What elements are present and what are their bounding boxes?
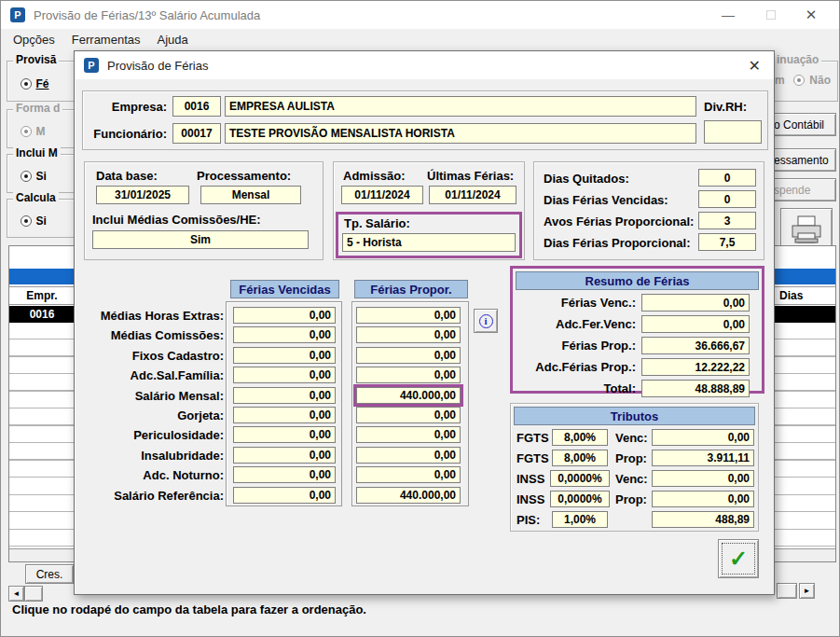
fgts-prop-pct-field[interactable]: 8,00% — [552, 450, 608, 466]
vencidas-gorjeta[interactable]: 0,00 — [233, 407, 336, 423]
maximize-button[interactable] — [750, 10, 792, 20]
pis-value-field[interactable]: 488,89 — [652, 511, 754, 528]
info-button[interactable]: i — [474, 309, 498, 333]
propor-insalubridade[interactable]: 0,00 — [356, 447, 461, 464]
processamento-group: Data base: Processamento: 31/01/2025 Men… — [84, 161, 324, 260]
vencidas-periculosidade[interactable]: 0,00 — [233, 426, 336, 443]
radio-ferias[interactable] — [21, 78, 32, 90]
info-icon: i — [479, 314, 493, 328]
admissao-group: Admissão: Últimas Férias: 01/11/2024 01/… — [333, 161, 525, 260]
vencidas-medias-comissoes[interactable]: 0,00 — [233, 326, 336, 343]
row-label-salario-mensal: Salário Mensal: — [82, 389, 224, 403]
dialog-close-button[interactable]: ✕ — [745, 57, 764, 75]
dias-group: Dias Quitados: 0 Dias Férias Vencidas: 0… — [533, 161, 764, 260]
propor-periculosidade[interactable]: 0,00 — [356, 426, 461, 443]
hscroll-left-thumb[interactable] — [24, 586, 43, 602]
total-field[interactable]: 48.888,89 — [641, 380, 750, 397]
dias-ferias-vencidas-field[interactable]: 0 — [698, 190, 756, 208]
inclui-medias-field[interactable]: Sim — [92, 230, 309, 249]
vencidas-medias-horas[interactable]: 0,00 — [233, 307, 336, 324]
propor-medias-horas[interactable]: 0,00 — [356, 307, 461, 324]
left-grid-selected-row[interactable]: 0016 — [9, 306, 75, 323]
sort-cres-button[interactable]: Cres. — [25, 564, 74, 584]
dias-quitados-field[interactable]: 0 — [698, 169, 756, 187]
funcionario-code-field[interactable]: 00017 — [172, 123, 221, 144]
tp-salario-field[interactable]: 5 - Horista — [342, 233, 516, 252]
propor-adc-noturno[interactable]: 0,00 — [356, 466, 461, 483]
inss-prop-pct-field[interactable]: 0,0000% — [550, 491, 610, 507]
data-base-field[interactable]: 31/01/2025 — [96, 186, 189, 204]
adc-fer-venc-field[interactable]: 0,00 — [641, 315, 750, 333]
arrow-left-icon: ◄ — [13, 589, 21, 598]
menu-ajuda[interactable]: Ajuda — [149, 30, 197, 49]
propor-adc-sal-familia[interactable]: 0,00 — [356, 367, 461, 383]
admissao-field[interactable]: 01/11/2024 — [341, 186, 423, 204]
propor-gorjeta[interactable]: 0,00 — [356, 407, 461, 423]
adc-ferias-prop-field[interactable]: 12.222,22 — [641, 358, 750, 376]
inss-venc-label: INSS — [516, 472, 544, 486]
right-grid-rows[interactable] — [774, 323, 835, 548]
adc-fer-venc-label: Adc.Fer.Venc: — [515, 317, 636, 331]
dias-ferias-proporcional-field[interactable]: 7,5 — [698, 233, 756, 251]
vencidas-insalubridade[interactable]: 0,00 — [233, 447, 336, 464]
inss-venc-value-field[interactable]: 0,00 — [652, 470, 754, 487]
vencidas-salario-mensal[interactable]: 0,00 — [233, 387, 336, 404]
fgts-prop-value-field[interactable]: 3.911,11 — [652, 450, 754, 466]
propor-medias-comissoes[interactable]: 0,00 — [356, 326, 461, 343]
col-header-propor[interactable]: Férias Propor. — [354, 280, 468, 298]
fgts-venc-value-field[interactable]: 0,00 — [652, 429, 754, 446]
left-grid-header[interactable]: Empr. — [9, 286, 75, 305]
menu-ferramentas[interactable]: Ferramentas — [63, 30, 149, 49]
empresa-name-field[interactable]: EMPRESA AULISTA — [225, 96, 696, 117]
left-grid-rows[interactable] — [9, 323, 75, 548]
row-label-medias-horas: Médias Horas Extras: — [82, 309, 224, 323]
radio-calcula-sim[interactable] — [21, 215, 32, 227]
inss-prop-value-field[interactable]: 0,00 — [652, 491, 754, 507]
right-grid-header[interactable]: Dias — [774, 286, 835, 305]
propor-fixos-cadastro[interactable]: 0,00 — [356, 347, 461, 364]
confirm-button[interactable]: ✓ — [718, 539, 759, 578]
ultimas-ferias-field[interactable]: 01/11/2024 — [429, 186, 516, 204]
ferias-prop-field[interactable]: 36.666,67 — [641, 337, 750, 354]
hscroll-right-thumb[interactable] — [777, 583, 797, 599]
funcionario-name-field[interactable]: TESTE PROVISÃO MENSALISTA HORISTA — [225, 123, 696, 144]
row-label-periculosidade: Periculosidade: — [82, 428, 224, 442]
row-label-medias-comissoes: Médias Comissões: — [82, 328, 224, 342]
empresa-code-field[interactable]: 0016 — [172, 96, 221, 117]
vencidas-fixos-cadastro[interactable]: 0,00 — [233, 347, 336, 364]
hscroll-right-button[interactable]: ► — [799, 583, 815, 599]
radio-inclui-sim[interactable] — [21, 171, 32, 182]
fgts-venc-pct-field[interactable]: 8,00% — [552, 429, 608, 446]
right-grid-footer[interactable] — [774, 548, 835, 561]
col-header-vencidas[interactable]: Férias Vencidas — [230, 280, 339, 298]
fgts-venc-label: FGTS — [516, 431, 549, 445]
minimize-button[interactable]: — — [707, 7, 750, 22]
processamento-field[interactable]: Mensal — [200, 186, 301, 204]
left-grid-footer[interactable] — [9, 548, 75, 561]
tp-salario-highlight-box: Tp. Salário: 5 - Horista — [336, 212, 522, 258]
radio-sim-label-clipped: m — [775, 74, 785, 87]
propor-salario-referencia[interactable]: 440.000,00 — [356, 487, 461, 504]
group-continuacao: inuação m Não — [771, 61, 838, 102]
processamento-button[interactable]: essamento — [771, 148, 836, 172]
left-grid: Empr. 0016 — [8, 245, 76, 562]
right-grid-band — [774, 269, 835, 284]
pis-pct-field[interactable]: 1,00% — [552, 511, 608, 528]
ferias-venc-field[interactable]: 0,00 — [641, 294, 750, 312]
row-label-salario-referencia: Salário Referência: — [82, 489, 224, 503]
inss-venc-pct-field[interactable]: 0,0000% — [550, 470, 610, 487]
vencidas-adc-sal-familia[interactable]: 0,00 — [233, 367, 336, 383]
right-grid-selected-row[interactable] — [774, 306, 835, 323]
radio-forma-label: M — [35, 125, 45, 138]
close-button[interactable]: ✕ — [792, 7, 830, 23]
vencidas-salario-referencia[interactable]: 0,00 — [233, 487, 336, 504]
hscroll-left-button[interactable]: ◄ — [8, 586, 24, 602]
resumo-ferias-box: Resumo de Férias Férias Venc.: 0,00 Adc.… — [510, 266, 764, 394]
propor-salario-mensal-highlighted[interactable]: 440.000,00 — [356, 387, 461, 404]
tp-salario-label: Tp. Salário: — [344, 216, 410, 230]
menu-opcoes[interactable]: Opções — [5, 30, 63, 49]
avos-ferias-field[interactable]: 3 — [698, 212, 756, 229]
lancamento-contabil-button[interactable]: o Contábil — [771, 113, 836, 136]
divrh-field[interactable] — [704, 120, 762, 144]
vencidas-adc-noturno[interactable]: 0,00 — [233, 466, 336, 483]
